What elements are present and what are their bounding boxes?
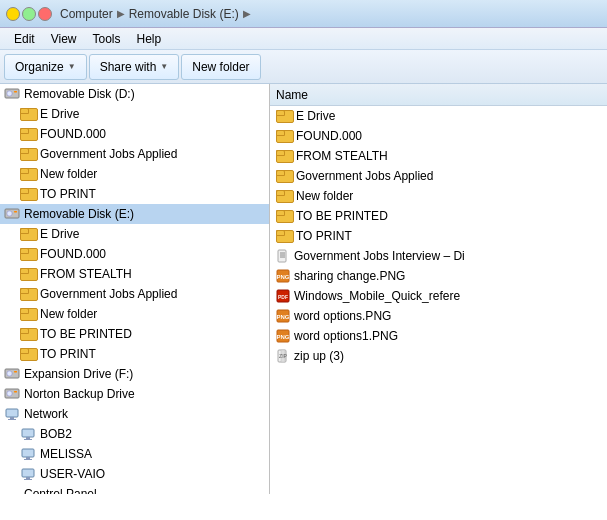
folder-icon: [276, 150, 292, 163]
tree-item-label: Government Jobs Applied: [40, 287, 177, 301]
share-with-button[interactable]: Share with ▼: [89, 54, 180, 80]
file-item[interactable]: FROM STEALTH: [270, 146, 607, 166]
window-controls[interactable]: [6, 7, 52, 21]
folder-icon: [276, 110, 292, 123]
main-area: Removable Disk (D:)E DriveFOUND.000Gover…: [0, 84, 607, 494]
file-item[interactable]: TO PRINT: [270, 226, 607, 246]
menu-tools[interactable]: Tools: [84, 30, 128, 48]
svg-rect-18: [22, 449, 34, 457]
tree-item[interactable]: FROM STEALTH: [0, 264, 269, 284]
svg-rect-23: [24, 479, 32, 480]
tree-item-label: TO BE PRINTED: [40, 327, 132, 341]
minimize-button[interactable]: [6, 7, 20, 21]
right-panel[interactable]: Name E DriveFOUND.000FROM STEALTHGovernm…: [270, 84, 607, 494]
file-item-label: zip up (3): [294, 349, 344, 363]
tree-item[interactable]: New folder: [0, 304, 269, 324]
file-item-label: word options1.PNG: [294, 329, 398, 343]
file-item[interactable]: Government Jobs Applied: [270, 166, 607, 186]
tree-item-label: New folder: [40, 167, 97, 181]
tree-item[interactable]: Government Jobs Applied: [0, 144, 269, 164]
tree-item[interactable]: New folder: [0, 164, 269, 184]
file-item[interactable]: New folder: [270, 186, 607, 206]
tree-item[interactable]: BOB2: [0, 424, 269, 444]
tree-item[interactable]: Government Jobs Applied: [0, 284, 269, 304]
file-item[interactable]: ZIP zip up (3): [270, 346, 607, 366]
svg-text:PDF: PDF: [278, 294, 288, 300]
file-item[interactable]: Government Jobs Interview – Di: [270, 246, 607, 266]
drive-icon: [4, 368, 20, 381]
tree-item-label: Government Jobs Applied: [40, 147, 177, 161]
new-folder-button[interactable]: New folder: [181, 54, 260, 80]
pdf-icon: PDF: [276, 289, 290, 303]
close-button[interactable]: [38, 7, 52, 21]
tree-item[interactable]: Network: [0, 404, 269, 424]
svg-text:PNG: PNG: [276, 314, 289, 320]
file-item[interactable]: FOUND.000: [270, 126, 607, 146]
png-icon: PNG: [276, 329, 290, 343]
drive-icon: [4, 208, 20, 221]
svg-rect-5: [14, 211, 17, 213]
new-folder-label: New folder: [192, 60, 249, 74]
left-panel[interactable]: Removable Disk (D:)E DriveFOUND.000Gover…: [0, 84, 270, 494]
svg-rect-11: [14, 391, 17, 393]
folder-icon: [20, 128, 36, 141]
tree-item-label: Removable Disk (E:): [24, 207, 134, 221]
file-item[interactable]: TO BE PRINTED: [270, 206, 607, 226]
path-disk[interactable]: Removable Disk (E:): [129, 7, 239, 21]
item-icon: [4, 488, 20, 495]
tree-item[interactable]: E Drive: [0, 104, 269, 124]
file-item-label: FOUND.000: [296, 129, 362, 143]
tree-item[interactable]: USER-VAIO: [0, 464, 269, 484]
tree-item[interactable]: Expansion Drive (F:): [0, 364, 269, 384]
tree-item[interactable]: Norton Backup Drive: [0, 384, 269, 404]
tree-item[interactable]: E Drive: [0, 224, 269, 244]
file-item-label: Windows_Mobile_Quick_refere: [294, 289, 460, 303]
file-item[interactable]: PNG sharing change.PNG: [270, 266, 607, 286]
folder-icon: [20, 148, 36, 161]
tree-item-label: FOUND.000: [40, 127, 106, 141]
png-icon: PNG: [276, 269, 290, 283]
folder-icon: [276, 230, 292, 243]
menu-view[interactable]: View: [43, 30, 85, 48]
tree-item[interactable]: Removable Disk (E:): [0, 204, 269, 224]
folder-icon: [276, 130, 292, 143]
svg-rect-24: [278, 250, 286, 262]
path-computer[interactable]: Computer: [60, 7, 113, 21]
file-item-label: word options.PNG: [294, 309, 391, 323]
file-item[interactable]: PDF Windows_Mobile_Quick_refere: [270, 286, 607, 306]
file-item-label: TO BE PRINTED: [296, 209, 388, 223]
svg-rect-2: [14, 91, 17, 93]
organize-button[interactable]: Organize ▼: [4, 54, 87, 80]
maximize-button[interactable]: [22, 7, 36, 21]
share-with-label: Share with: [100, 60, 157, 74]
tree-item[interactable]: FOUND.000: [0, 124, 269, 144]
file-item[interactable]: E Drive: [270, 106, 607, 126]
tree-item[interactable]: TO PRINT: [0, 344, 269, 364]
svg-rect-14: [8, 419, 16, 420]
network-icon: [20, 468, 36, 481]
file-item[interactable]: PNG word options.PNG: [270, 306, 607, 326]
zip-icon: ZIP: [276, 349, 290, 363]
folder-icon: [20, 108, 36, 121]
svg-rect-13: [10, 417, 14, 419]
tree-item[interactable]: FOUND.000: [0, 244, 269, 264]
network-icon: [20, 428, 36, 441]
tree-item-label: E Drive: [40, 107, 79, 121]
name-column-header: Name: [276, 88, 308, 102]
file-item[interactable]: PNG word options1.PNG: [270, 326, 607, 346]
tree-item[interactable]: MELISSA: [0, 444, 269, 464]
menu-help[interactable]: Help: [129, 30, 170, 48]
tree-item-label: Removable Disk (D:): [24, 87, 135, 101]
menu-edit[interactable]: Edit: [6, 30, 43, 48]
folder-icon: [20, 268, 36, 281]
svg-rect-20: [24, 459, 32, 460]
svg-rect-8: [14, 371, 17, 373]
folder-icon: [20, 308, 36, 321]
svg-text:ZIP: ZIP: [279, 353, 287, 359]
folder-icon: [276, 210, 292, 223]
folder-icon: [276, 170, 292, 183]
tree-item[interactable]: Control Panel: [0, 484, 269, 494]
tree-item[interactable]: Removable Disk (D:): [0, 84, 269, 104]
tree-item[interactable]: TO BE PRINTED: [0, 324, 269, 344]
tree-item[interactable]: TO PRINT: [0, 184, 269, 204]
